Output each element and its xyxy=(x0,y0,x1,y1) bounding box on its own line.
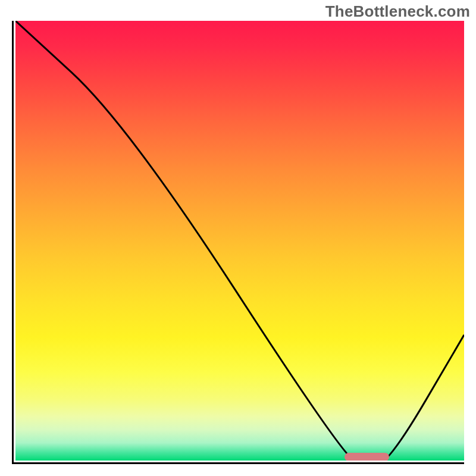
chart-frame: TheBottleneck.com xyxy=(0,0,476,476)
plot-inner xyxy=(15,21,464,461)
optimal-range-marker xyxy=(345,453,390,461)
curve-path xyxy=(15,21,464,461)
watermark-text: TheBottleneck.com xyxy=(325,2,470,21)
bottleneck-curve xyxy=(15,21,464,461)
plot-area xyxy=(12,21,464,464)
